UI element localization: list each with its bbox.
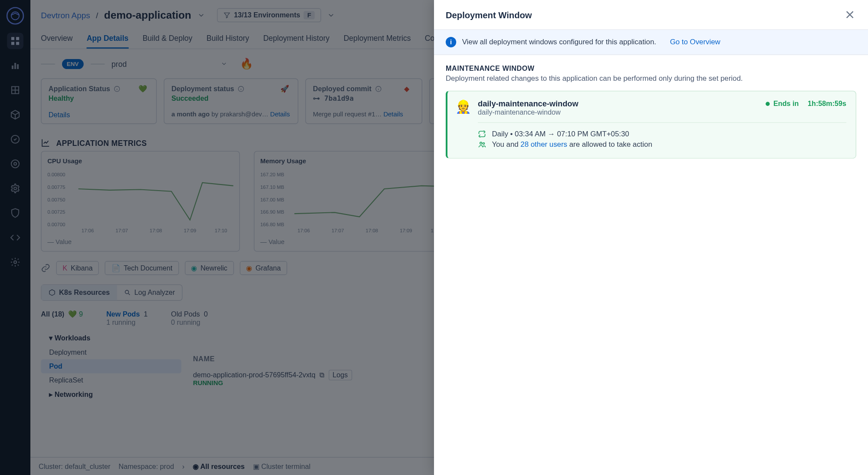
users-line: You and 28 other users are allowed to ta… <box>478 139 846 150</box>
close-button[interactable] <box>843 8 856 21</box>
overlay-dim[interactable] <box>0 0 434 475</box>
go-to-overview-link[interactable]: Go to Overview <box>670 38 720 46</box>
section-title: MAINTENANCE WINDOW <box>446 64 856 73</box>
section-subtitle: Deployment related changes to this appli… <box>446 74 856 82</box>
maintenance-window-card: 👷 daily-maintenance-window daily-mainten… <box>446 91 856 158</box>
window-name: daily-maintenance-window <box>478 99 579 108</box>
schedule-line: Daily • 03:34 AM → 07:10 PM GMT+05:30 <box>478 129 846 139</box>
panel-title: Deployment Window <box>446 10 532 20</box>
svg-point-39 <box>483 143 484 145</box>
close-icon <box>843 8 856 21</box>
worker-icon: 👷 <box>456 99 471 115</box>
users-icon <box>478 140 486 148</box>
info-icon: i <box>446 37 456 47</box>
window-subtitle: daily-maintenance-window <box>478 108 579 116</box>
repeat-icon <box>478 130 486 138</box>
svg-point-38 <box>480 142 482 144</box>
info-banner: i View all deployment windows configured… <box>434 30 868 55</box>
deployment-window-panel: Deployment Window i View all deployment … <box>434 0 868 475</box>
other-users-link[interactable]: 28 other users <box>520 140 567 148</box>
status-dot-icon <box>766 102 769 106</box>
ends-in-badge: Ends in 1h:58m:59s <box>766 99 846 108</box>
